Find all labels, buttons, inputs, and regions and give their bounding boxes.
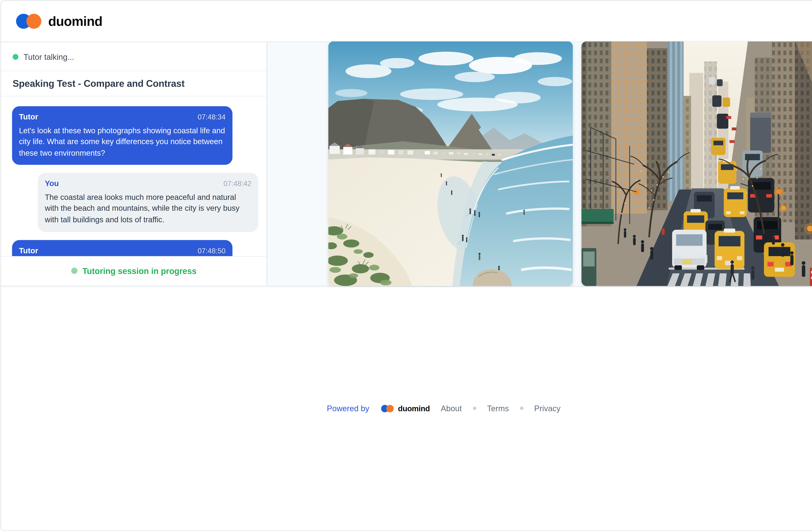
message-header: Tutor 07:48:50 xyxy=(19,245,226,256)
message-sender: Tutor xyxy=(19,245,38,256)
app-footer: Powered by duomind About Terms Privacy xyxy=(1,287,812,530)
taxi-b xyxy=(724,186,746,217)
hydrant xyxy=(662,229,664,235)
tutor-message: Tutor 07:48:50 Good observations! What d… xyxy=(12,240,232,256)
user-message: You 07:48:42 The coastal area looks much… xyxy=(38,173,258,232)
taxi-right-bottom xyxy=(764,243,795,277)
green-shed xyxy=(581,209,613,222)
city-scene xyxy=(581,42,812,286)
taxi-c xyxy=(718,159,736,184)
message-list: Tutor 07:48:34 Let's look at these two p… xyxy=(1,97,266,256)
message-sender: You xyxy=(45,178,59,189)
powered-by-label: Powered by xyxy=(327,404,369,413)
duomind-footer-logo-icon xyxy=(381,405,394,412)
footer-link-about[interactable]: About xyxy=(441,404,462,413)
lesson-title: Speaking Test - Compare and Contrast xyxy=(1,71,266,97)
session-status-text: Tutoring session in progress xyxy=(83,266,197,276)
box-truck xyxy=(750,113,771,153)
message-timestamp: 07:48:34 xyxy=(198,112,226,123)
crossing-pedestrian-2 xyxy=(751,267,754,280)
footer-separator-dot xyxy=(473,407,476,410)
brand-name: duomind xyxy=(48,14,102,29)
red-sign xyxy=(810,268,812,286)
message-timestamp: 07:48:50 xyxy=(198,245,226,256)
city-life-photo xyxy=(581,42,812,286)
footer-separator-dot xyxy=(520,407,523,410)
footer-brand-name: duomind xyxy=(398,404,430,413)
tutor-status-row: Tutor talking... xyxy=(1,43,266,71)
app-window: duomind 01:27 Tutor talking... Speaking … xyxy=(0,0,812,531)
chat-sidebar: Tutor talking... Speaking Test - Compare… xyxy=(1,43,267,285)
coastal-scene xyxy=(328,42,572,286)
message-sender: Tutor xyxy=(19,112,38,123)
message-text: Let's look at these two photographs show… xyxy=(19,125,226,159)
left-buildings xyxy=(581,42,691,227)
session-status-dot-icon xyxy=(71,268,77,274)
message-header: Tutor 07:48:34 xyxy=(19,112,226,123)
logo-orange-circle xyxy=(387,405,394,412)
footer-link-terms[interactable]: Terms xyxy=(487,404,509,413)
duomind-logo-icon xyxy=(16,14,42,29)
session-status-row: Tutoring session in progress xyxy=(1,256,266,285)
message-text: The coastal area looks much more peacefu… xyxy=(45,192,251,225)
tutor-status-text: Tutor talking... xyxy=(24,52,74,61)
stage: duomind 01:27 Tutor talking... Speaking … xyxy=(0,0,812,531)
tutor-message: Tutor 07:48:34 Let's look at these two p… xyxy=(12,106,232,165)
tutor-status-dot-icon xyxy=(13,54,18,59)
message-timestamp: 07:48:42 xyxy=(223,179,251,189)
taxi-a-center xyxy=(714,229,744,269)
taxi-d xyxy=(711,138,725,155)
message-header: You 07:48:42 xyxy=(45,178,251,189)
content-area: Tutor talking... Speaking Test - Compare… xyxy=(1,43,812,287)
logo-orange-circle xyxy=(27,14,41,28)
app-header: duomind 01:27 xyxy=(1,1,812,42)
footer-link-privacy[interactable]: Privacy xyxy=(534,404,561,413)
main-panel xyxy=(267,43,812,285)
white-minivan xyxy=(672,230,706,270)
coastal-life-photo xyxy=(328,42,572,286)
